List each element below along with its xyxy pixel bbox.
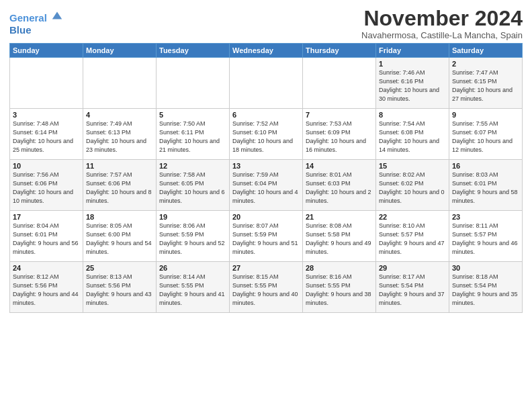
day-info: Sunrise: 7:47 AM Sunset: 6:15 PM Dayligh… <box>452 68 519 103</box>
calendar-cell: 8Sunrise: 7:54 AM Sunset: 6:08 PM Daylig… <box>376 109 449 160</box>
day-number: 16 <box>452 162 519 170</box>
day-info: Sunrise: 8:11 AM Sunset: 5:57 PM Dayligh… <box>452 222 519 257</box>
day-number: 22 <box>379 213 446 221</box>
calendar-cell: 14Sunrise: 8:01 AM Sunset: 6:03 PM Dayli… <box>303 160 376 211</box>
day-info: Sunrise: 7:48 AM Sunset: 6:14 PM Dayligh… <box>13 120 80 154</box>
day-info: Sunrise: 8:03 AM Sunset: 6:01 PM Dayligh… <box>452 171 519 205</box>
calendar-cell <box>303 58 376 109</box>
day-number: 6 <box>232 111 300 119</box>
calendar-cell: 5Sunrise: 7:50 AM Sunset: 6:11 PM Daylig… <box>157 109 230 160</box>
calendar-cell: 6Sunrise: 7:52 AM Sunset: 6:10 PM Daylig… <box>230 109 303 160</box>
day-number: 13 <box>232 162 300 170</box>
logo-text: General <box>9 9 63 24</box>
page-container: General Blue November 2024 Navahermosa, … <box>0 0 532 317</box>
calendar-cell: 23Sunrise: 8:11 AM Sunset: 5:57 PM Dayli… <box>449 211 523 262</box>
day-number: 20 <box>232 213 300 221</box>
calendar-cell: 16Sunrise: 8:03 AM Sunset: 6:01 PM Dayli… <box>449 160 523 211</box>
day-number: 1 <box>379 60 446 68</box>
calendar-cell: 28Sunrise: 8:16 AM Sunset: 5:55 PM Dayli… <box>303 262 376 313</box>
day-number: 29 <box>379 264 446 272</box>
calendar-cell: 3Sunrise: 7:48 AM Sunset: 6:14 PM Daylig… <box>10 109 83 160</box>
day-number: 30 <box>452 264 519 272</box>
day-info: Sunrise: 7:57 AM Sunset: 6:06 PM Dayligh… <box>86 171 153 205</box>
day-info: Sunrise: 7:49 AM Sunset: 6:13 PM Dayligh… <box>86 120 153 154</box>
logo-blue: Blue <box>9 24 63 36</box>
calendar-cell: 26Sunrise: 8:14 AM Sunset: 5:55 PM Dayli… <box>157 262 230 313</box>
calendar-cell: 2Sunrise: 7:47 AM Sunset: 6:15 PM Daylig… <box>449 58 523 109</box>
day-info: Sunrise: 7:52 AM Sunset: 6:10 PM Dayligh… <box>232 120 300 154</box>
day-number: 21 <box>306 213 373 221</box>
day-number: 5 <box>159 111 226 119</box>
day-number: 19 <box>159 213 226 221</box>
day-info: Sunrise: 7:59 AM Sunset: 6:04 PM Dayligh… <box>232 171 300 205</box>
day-number: 7 <box>306 111 373 119</box>
day-info: Sunrise: 8:13 AM Sunset: 5:56 PM Dayligh… <box>86 273 153 308</box>
calendar-cell: 4Sunrise: 7:49 AM Sunset: 6:13 PM Daylig… <box>83 109 157 160</box>
logo-icon <box>51 9 63 21</box>
day-number: 11 <box>86 162 153 170</box>
weekday-header-monday: Monday <box>83 44 157 58</box>
day-number: 24 <box>13 264 80 272</box>
day-info: Sunrise: 7:56 AM Sunset: 6:06 PM Dayligh… <box>13 171 80 205</box>
day-info: Sunrise: 8:02 AM Sunset: 6:02 PM Dayligh… <box>379 171 446 205</box>
day-number: 26 <box>159 264 226 272</box>
calendar-cell <box>157 58 230 109</box>
calendar-cell: 20Sunrise: 8:07 AM Sunset: 5:59 PM Dayli… <box>230 211 303 262</box>
calendar-cell: 30Sunrise: 8:18 AM Sunset: 5:54 PM Dayli… <box>449 262 523 313</box>
calendar-cell <box>83 58 157 109</box>
calendar-cell <box>10 58 83 109</box>
day-number: 12 <box>159 162 226 170</box>
day-number: 4 <box>86 111 153 119</box>
header: General Blue November 2024 Navahermosa, … <box>9 7 523 40</box>
calendar-cell: 12Sunrise: 7:58 AM Sunset: 6:05 PM Dayli… <box>157 160 230 211</box>
calendar-cell: 13Sunrise: 7:59 AM Sunset: 6:04 PM Dayli… <box>230 160 303 211</box>
day-info: Sunrise: 8:17 AM Sunset: 5:54 PM Dayligh… <box>379 273 446 308</box>
day-number: 8 <box>379 111 446 119</box>
calendar-cell: 1Sunrise: 7:46 AM Sunset: 6:16 PM Daylig… <box>376 58 449 109</box>
day-info: Sunrise: 8:16 AM Sunset: 5:55 PM Dayligh… <box>306 273 373 308</box>
day-info: Sunrise: 7:46 AM Sunset: 6:16 PM Dayligh… <box>379 68 446 103</box>
day-number: 25 <box>86 264 153 272</box>
calendar-cell: 25Sunrise: 8:13 AM Sunset: 5:56 PM Dayli… <box>83 262 157 313</box>
weekday-header-wednesday: Wednesday <box>230 44 303 58</box>
calendar-cell: 29Sunrise: 8:17 AM Sunset: 5:54 PM Dayli… <box>376 262 449 313</box>
weekday-header-sunday: Sunday <box>10 44 83 58</box>
day-number: 2 <box>452 60 519 68</box>
day-info: Sunrise: 7:58 AM Sunset: 6:05 PM Dayligh… <box>159 171 226 205</box>
day-number: 10 <box>13 162 80 170</box>
calendar-cell: 9Sunrise: 7:55 AM Sunset: 6:07 PM Daylig… <box>449 109 523 160</box>
day-info: Sunrise: 8:15 AM Sunset: 5:55 PM Dayligh… <box>232 273 300 308</box>
calendar-cell: 19Sunrise: 8:06 AM Sunset: 5:59 PM Dayli… <box>157 211 230 262</box>
day-info: Sunrise: 7:55 AM Sunset: 6:07 PM Dayligh… <box>452 120 519 154</box>
day-number: 15 <box>379 162 446 170</box>
logo: General Blue <box>9 9 63 36</box>
calendar-table: SundayMondayTuesdayWednesdayThursdayFrid… <box>9 43 523 313</box>
day-info: Sunrise: 8:06 AM Sunset: 5:59 PM Dayligh… <box>159 222 226 257</box>
day-info: Sunrise: 8:10 AM Sunset: 5:57 PM Dayligh… <box>379 222 446 257</box>
location-subtitle: Navahermosa, Castille-La Mancha, Spain <box>361 30 523 40</box>
svg-marker-0 <box>52 12 62 19</box>
day-info: Sunrise: 8:07 AM Sunset: 5:59 PM Dayligh… <box>232 222 300 257</box>
weekday-header-friday: Friday <box>376 44 449 58</box>
weekday-header-tuesday: Tuesday <box>157 44 230 58</box>
title-area: November 2024 Navahermosa, Castille-La M… <box>361 7 523 40</box>
day-info: Sunrise: 7:50 AM Sunset: 6:11 PM Dayligh… <box>159 120 226 154</box>
day-info: Sunrise: 8:14 AM Sunset: 5:55 PM Dayligh… <box>159 273 226 308</box>
calendar-cell: 22Sunrise: 8:10 AM Sunset: 5:57 PM Dayli… <box>376 211 449 262</box>
day-info: Sunrise: 8:05 AM Sunset: 6:00 PM Dayligh… <box>86 222 153 257</box>
day-number: 27 <box>232 264 300 272</box>
calendar-cell: 10Sunrise: 7:56 AM Sunset: 6:06 PM Dayli… <box>10 160 83 211</box>
day-number: 17 <box>13 213 80 221</box>
day-number: 3 <box>13 111 80 119</box>
day-info: Sunrise: 7:54 AM Sunset: 6:08 PM Dayligh… <box>379 120 446 154</box>
calendar-cell: 15Sunrise: 8:02 AM Sunset: 6:02 PM Dayli… <box>376 160 449 211</box>
day-number: 9 <box>452 111 519 119</box>
calendar-cell: 27Sunrise: 8:15 AM Sunset: 5:55 PM Dayli… <box>230 262 303 313</box>
day-number: 23 <box>452 213 519 221</box>
day-info: Sunrise: 8:01 AM Sunset: 6:03 PM Dayligh… <box>306 171 373 205</box>
calendar-cell <box>230 58 303 109</box>
day-number: 18 <box>86 213 153 221</box>
calendar-cell: 17Sunrise: 8:04 AM Sunset: 6:01 PM Dayli… <box>10 211 83 262</box>
day-info: Sunrise: 7:53 AM Sunset: 6:09 PM Dayligh… <box>306 120 373 154</box>
weekday-header-thursday: Thursday <box>303 44 376 58</box>
